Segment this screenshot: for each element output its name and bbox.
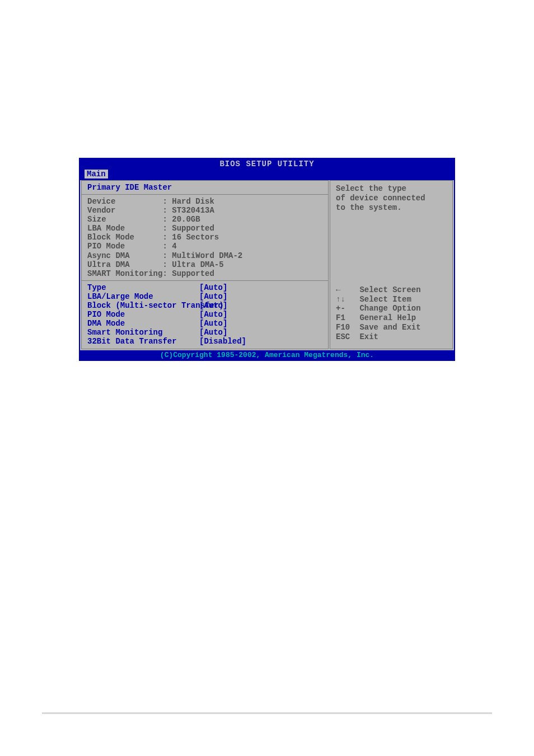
info-size: Size : 20.0GB	[87, 215, 322, 224]
info-block: Block Mode : 16 Sectors	[87, 233, 322, 242]
info-lba: LBA Mode : Supported	[87, 224, 322, 233]
title-bar: BIOS SETUP UTILITY	[80, 159, 454, 169]
divider-2	[82, 280, 328, 281]
section-title: Primary IDE Master	[87, 183, 322, 192]
info-async: Async DMA : MultiWord DMA-2	[87, 251, 322, 260]
nav-change-option: +- Change Option	[336, 304, 447, 313]
bios-window: BIOS SETUP UTILITY Main Primary IDE Mast…	[79, 158, 455, 361]
nav-save-exit: F10 Save and Exit	[336, 323, 447, 332]
help-line-1: Select the type	[336, 184, 447, 194]
arrow-left-icon: ←	[336, 285, 355, 295]
tab-row: Main	[80, 169, 454, 180]
option-pio[interactable]: PIO Mode[Auto]	[87, 310, 322, 319]
left-panel: Primary IDE Master Device : Hard Disk Ve…	[81, 180, 329, 349]
option-dma[interactable]: DMA Mode[Auto]	[87, 319, 322, 328]
info-pio: PIO Mode : 4	[87, 242, 322, 251]
copyright-footer: (C)Copyright 1985-2002, American Megatre…	[80, 350, 454, 360]
info-ultra: Ultra DMA : Ultra DMA-5	[87, 260, 322, 269]
nav-help: ← Select Screen ↑↓ Select Item +- Change…	[336, 285, 447, 345]
divider	[82, 194, 328, 195]
option-smart[interactable]: Smart Monitoring[Auto]	[87, 328, 322, 337]
option-type[interactable]: Type[Auto]	[87, 283, 322, 292]
info-vendor: Vendor : ST320413A	[87, 206, 322, 215]
page-footer-divider	[42, 712, 492, 714]
info-device: Device : Hard Disk	[87, 197, 322, 206]
option-32bit[interactable]: 32Bit Data Transfer[Disabled]	[87, 337, 322, 346]
option-block[interactable]: Block (Multi-sector Transfer)[Auto]	[87, 301, 322, 310]
option-lba[interactable]: LBA/Large Mode[Auto]	[87, 292, 322, 301]
arrow-updown-icon: ↑↓	[336, 295, 355, 304]
nav-exit: ESC Exit	[336, 332, 447, 342]
content-area: Primary IDE Master Device : Hard Disk Ve…	[80, 180, 454, 350]
help-line-2: of device connected	[336, 194, 447, 203]
info-smart: SMART Monitoring: Supported	[87, 269, 322, 278]
help-line-3: to the system.	[336, 203, 447, 213]
options-list: Type[Auto] LBA/Large Mode[Auto] Block (M…	[87, 283, 322, 346]
nav-general-help: F1 General Help	[336, 313, 447, 323]
tab-main[interactable]: Main	[85, 170, 108, 179]
right-panel: Select the type of device connected to t…	[330, 180, 453, 349]
device-info: Device : Hard Disk Vendor : ST320413A Si…	[87, 197, 322, 278]
nav-select-item: ↑↓ Select Item	[336, 295, 447, 304]
help-text: Select the type of device connected to t…	[336, 184, 447, 212]
nav-select-screen: ← Select Screen	[336, 285, 447, 295]
